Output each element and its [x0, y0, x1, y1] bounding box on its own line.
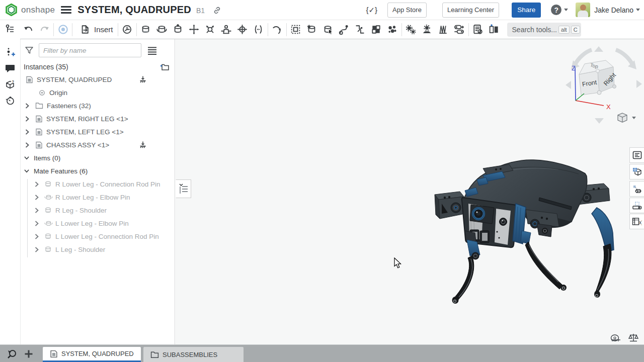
mate-connector-icon[interactable] [119, 22, 135, 38]
history-icon[interactable] [0, 93, 20, 109]
user-name[interactable]: Jake Delano [594, 6, 633, 14]
avatar[interactable] [576, 3, 590, 17]
planar-mate-icon[interactable] [186, 22, 202, 38]
chevron-right-icon[interactable] [34, 195, 39, 200]
snap-mode-icon[interactable] [336, 22, 352, 38]
compare-documents-icon[interactable] [486, 22, 502, 38]
revolute-mate-icon[interactable] [154, 22, 170, 38]
chevron-down-icon[interactable] [24, 155, 29, 160]
help-icon[interactable]: ? [551, 5, 561, 15]
filter-input[interactable] [39, 43, 141, 57]
user-caret-icon[interactable] [636, 9, 640, 11]
list-view-icon[interactable] [147, 46, 157, 55]
learning-center-button[interactable]: Learning Center [442, 3, 499, 18]
sync-update-icon[interactable] [55, 22, 71, 38]
named-positions-icon[interactable] [403, 22, 419, 38]
group-parts-icon[interactable] [288, 22, 304, 38]
panel-collapse-handle[interactable] [176, 179, 191, 198]
display-states-panel-button[interactable] [629, 198, 644, 213]
tree-row-left-leg[interactable]: SYSTEM, LEFT LEG <1> [21, 125, 175, 138]
simulation-icon[interactable] [419, 22, 435, 38]
kbd-alt: alt [558, 26, 570, 34]
mate-row[interactable]: L Lower Leg - Elbow Pin [21, 217, 175, 230]
featurescript-icon[interactable]: {✓} [366, 6, 377, 15]
mate-relation-icon[interactable] [304, 22, 320, 38]
cylindrical-mate-icon [44, 180, 52, 188]
tab-subassemblies[interactable]: SUBASSEMBLIES [143, 347, 244, 362]
kbd-c: C [571, 26, 580, 34]
app-store-button[interactable]: App Store [387, 3, 427, 18]
chevron-right-icon[interactable] [25, 103, 30, 108]
slider-mate-icon[interactable] [170, 22, 186, 38]
chevron-right-icon[interactable] [34, 247, 39, 252]
link-icon[interactable] [213, 6, 221, 15]
tree-row-chassis[interactable]: CHASSIS ASSY <1> [21, 138, 175, 151]
tree-row-fasteners[interactable]: Fasteners (32) [21, 99, 175, 112]
version-badge[interactable]: B1 [196, 7, 205, 15]
help-caret-icon[interactable] [564, 9, 568, 11]
mate-row[interactable]: R Lower Leg - Elbow Pin [21, 191, 175, 204]
tangent-mate-icon[interactable] [269, 22, 285, 38]
chevron-right-icon[interactable] [25, 129, 30, 134]
configurations-panel-button[interactable] [629, 164, 644, 179]
mate-row[interactable]: R Lower Leg - Connection Rod Pin [21, 177, 175, 191]
exploded-view-icon[interactable] [384, 22, 400, 38]
mass-properties-icon[interactable] [628, 333, 639, 343]
parallel-mate-icon[interactable] [251, 22, 267, 38]
mate-row[interactable]: L Lower Leg - Connection Rod Pin [21, 230, 175, 243]
pattern-icon[interactable] [368, 22, 384, 38]
assembly-icon [35, 115, 43, 123]
redo-icon[interactable] [36, 22, 52, 38]
undo-icon[interactable] [20, 22, 36, 38]
assembly-icon [26, 76, 33, 83]
mate-row[interactable]: L Leg - Shoulder [21, 243, 175, 256]
menu-icon[interactable] [61, 6, 71, 14]
onshape-wordmark: onshape [21, 5, 55, 15]
measure-icon[interactable] [610, 333, 621, 343]
tree-row-origin[interactable]: Origin [21, 86, 175, 99]
tab-system-quadruped[interactable]: SYSTEM, QUADRUPED [43, 347, 141, 362]
chevron-right-icon[interactable] [34, 208, 39, 213]
spring-mate-icon[interactable] [435, 22, 451, 38]
tree-row-right-leg[interactable]: SYSTEM, RIGHT LEG <1> [21, 112, 175, 125]
pin-slot-mate-icon[interactable] [234, 22, 251, 38]
onshape-logo[interactable]: onshape [5, 4, 55, 16]
chevron-right-icon[interactable] [25, 142, 30, 147]
ball-mate-icon[interactable] [202, 22, 218, 38]
replicate-icon[interactable] [320, 22, 336, 38]
cylindrical-mate-icon[interactable] [218, 22, 234, 38]
new-folder-icon[interactable] [160, 62, 170, 71]
chevron-down-icon[interactable] [24, 168, 29, 173]
chevron-right-icon[interactable] [34, 182, 39, 187]
chevron-right-icon[interactable] [34, 221, 39, 226]
view-mode-menu[interactable] [617, 113, 639, 124]
tree-row-items[interactable]: Items (0) [21, 151, 175, 164]
chevron-right-icon[interactable] [25, 116, 30, 121]
comments-icon[interactable] [0, 60, 20, 76]
share-button[interactable]: Share [512, 3, 541, 18]
search-tools-input[interactable]: Search tools... alt C [507, 23, 581, 37]
part-catalog-icon[interactable]: ? [0, 76, 20, 93]
in-context-panel-button[interactable] [629, 181, 644, 197]
revolute-mate-icon [44, 220, 53, 227]
mate-row[interactable]: R Leg - Shoulder [21, 204, 175, 217]
filter-icon[interactable] [25, 46, 34, 55]
variables-panel-button[interactable]: x) [629, 214, 644, 229]
assembly-structure-icon[interactable] [0, 21, 20, 37]
robot-model[interactable] [427, 153, 628, 319]
tree-row-mate-features[interactable]: Mate Features (6) [21, 164, 175, 177]
chevron-right-icon[interactable] [34, 234, 39, 239]
fastened-mate-icon[interactable] [138, 22, 154, 38]
insert-instance-icon[interactable] [0, 44, 20, 60]
app-header: onshape SYSTEM, QUADRUPED B1 {✓} App Sto… [0, 0, 644, 20]
derived-parts-icon[interactable] [352, 22, 368, 38]
new-tab-icon[interactable] [24, 349, 33, 358]
find-in-document-icon[interactable] [7, 349, 18, 359]
hide-instances-icon[interactable] [470, 22, 486, 38]
tree-row-root[interactable]: SYSTEM, QUADRUPED [21, 73, 175, 86]
assembly-icon [35, 128, 43, 136]
insert-button[interactable]: Insert [73, 22, 117, 38]
instances-panel: Instances (35) SYSTEM, QUADRUPED Origin … [20, 39, 175, 344]
bom-panel-button[interactable] [629, 147, 644, 163]
toggle-instances-icon[interactable] [451, 22, 467, 38]
